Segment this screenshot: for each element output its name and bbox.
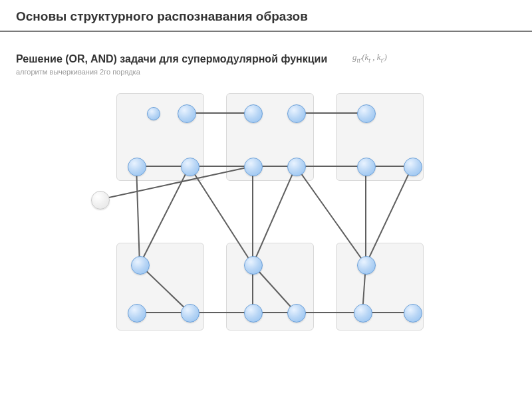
edge <box>190 166 253 265</box>
formula: gtt'(kt , kt') <box>352 52 387 64</box>
edge <box>136 166 140 265</box>
node-f3 <box>354 304 372 323</box>
edges-layer <box>66 86 466 386</box>
node-b2 <box>287 104 306 123</box>
graph-diagram <box>66 86 466 386</box>
node-b3 <box>244 158 263 176</box>
node-f4 <box>404 304 422 323</box>
edge <box>296 166 366 265</box>
node-e4 <box>287 304 306 323</box>
node-aG <box>91 191 110 209</box>
edge <box>140 265 190 313</box>
section-subtitle: алгоритм вычеркивания 2го порядка <box>16 68 140 76</box>
node-a1 <box>147 107 160 120</box>
node-b4 <box>287 158 306 176</box>
node-c1 <box>357 104 376 123</box>
node-a3 <box>128 158 146 176</box>
node-c3 <box>357 158 376 176</box>
node-a2 <box>178 104 196 123</box>
node-d1 <box>131 256 150 275</box>
page-title: Основы структурного распознавания образо… <box>16 9 308 24</box>
edge <box>253 166 296 265</box>
node-e1 <box>244 256 263 275</box>
edge <box>366 166 412 265</box>
node-a4 <box>181 158 200 176</box>
node-d3 <box>128 304 146 323</box>
edge <box>100 166 253 200</box>
node-f1 <box>357 256 376 275</box>
node-b1 <box>244 104 263 123</box>
title-underline <box>0 31 532 32</box>
node-e3 <box>244 304 263 323</box>
section-title: Решение (OR, AND) задачи для супермодуля… <box>16 53 327 65</box>
node-d4 <box>181 304 200 323</box>
node-c4 <box>404 158 422 176</box>
